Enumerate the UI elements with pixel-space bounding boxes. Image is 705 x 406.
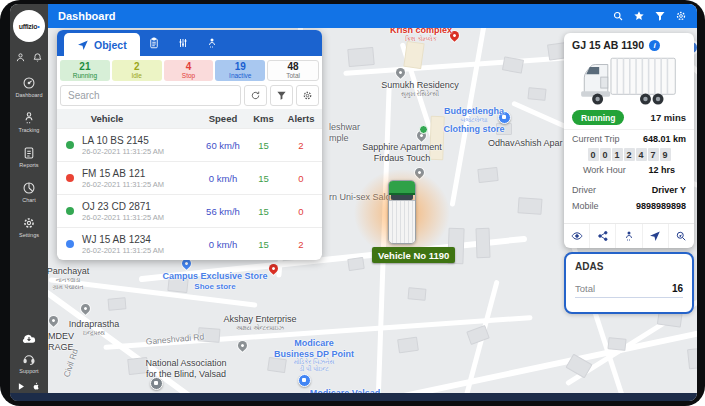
- playstore-icon[interactable]: [17, 382, 26, 391]
- running-status-badge: Running: [572, 110, 624, 125]
- map-building: [347, 47, 374, 67]
- view-button[interactable]: [564, 224, 590, 248]
- clipboard-icon: [148, 37, 160, 49]
- object-tabbar: Object: [57, 30, 322, 56]
- running-duration: 17 mins: [651, 112, 686, 123]
- person-pin-button[interactable]: [616, 224, 642, 248]
- map-label-sumukh: Sumukh Residency સુમુખ રેસિડેન્સી: [381, 80, 459, 98]
- adas-card[interactable]: ADAS Total 16: [564, 252, 694, 314]
- chip-total[interactable]: 48 Total: [267, 60, 319, 81]
- search-icon[interactable]: [612, 10, 624, 22]
- map-label-sapphire: Sapphire Apartment Firdaus Touch: [362, 142, 442, 163]
- navigation-arrow-icon: [649, 230, 661, 242]
- status-chips: 21 Running 2 Idle 4 Stop 19 Inactive 48: [57, 56, 322, 84]
- detail-actions: [564, 223, 694, 248]
- map-building: [466, 325, 490, 345]
- vehicle-title: GJ 15 AB 1190: [572, 39, 644, 51]
- status-dot: [66, 174, 74, 182]
- map-building: [408, 287, 427, 301]
- user-icon[interactable]: [15, 52, 26, 63]
- map-building: [397, 337, 419, 354]
- adas-total-value: 16: [672, 283, 683, 294]
- search-input[interactable]: [60, 85, 241, 106]
- app-screen: Krish complex ક્રિશ કોમ્પ્લેક Sumukh Res…: [10, 4, 697, 401]
- table-row[interactable]: LA 10 BS 2145 26-02-2021 11:31:25 AM 60 …: [57, 128, 322, 161]
- bell-icon[interactable]: [32, 52, 43, 63]
- eye-icon: [571, 230, 583, 242]
- status-dot: [66, 207, 74, 215]
- apple-icon[interactable]: [32, 382, 41, 391]
- vehicle-marker[interactable]: [388, 180, 416, 244]
- star-icon[interactable]: [633, 10, 645, 22]
- chip-running[interactable]: 21 Running: [60, 60, 110, 81]
- map-building: [607, 337, 626, 351]
- tab-person-pin[interactable]: [198, 30, 227, 56]
- locate-search-button[interactable]: [669, 224, 694, 248]
- map-label-budgetlengha: Budgetlengha બજેટલેન્ઘા Clothing store: [444, 106, 505, 134]
- sidebar-item-chart[interactable]: Chart: [22, 181, 36, 203]
- tab-filters[interactable]: [169, 30, 198, 56]
- device-frame: Krish complex ક્રિશ કોમ્પ્લેક Sumukh Res…: [0, 0, 705, 406]
- map-building: [527, 87, 546, 101]
- settings-icon: [22, 216, 36, 230]
- map-label-akshay: Akshay Enterprise અક્ષય એન્ટરપ્રાઇઝ: [223, 314, 296, 332]
- device-bottom-strip: [10, 393, 697, 401]
- sidebar-item-support[interactable]: Support: [19, 352, 38, 374]
- map-building: [502, 56, 524, 73]
- refresh-button[interactable]: [244, 85, 267, 106]
- table-header: Vehicle Speed Kms Alerts: [57, 109, 322, 128]
- headset-icon: [22, 352, 36, 366]
- table-row[interactable]: WJ 15 AB 1234 26-02-2021 11:31:25 AM 0 k…: [57, 227, 322, 260]
- map-building: [108, 297, 127, 311]
- sidebar-item-download[interactable]: [19, 330, 39, 346]
- navigation-arrow-icon: [77, 39, 89, 51]
- sidebar-item-tracking[interactable]: Tracking: [19, 111, 40, 133]
- tab-object[interactable]: Object: [64, 33, 140, 56]
- status-dot: [66, 141, 74, 149]
- map-building: [687, 347, 697, 370]
- map-building: [477, 167, 498, 183]
- table-row[interactable]: FM 15 AB 121 26-02-2021 11:31:25 AM 0 km…: [57, 161, 322, 194]
- vehicle-detail-panel: GJ 15 AB 1190 i Running 17 mins Current …: [564, 33, 694, 248]
- refresh-icon: [250, 90, 261, 101]
- odometer: 0 0 1 2 4 7 9 Work Hour 12 hrs: [580, 148, 678, 175]
- map-poi-modicare: [298, 374, 311, 387]
- map-label-national-assoc: National Association for the Blind, Vals…: [145, 358, 226, 379]
- gear-icon[interactable]: [675, 10, 687, 22]
- navigate-button[interactable]: [643, 224, 669, 248]
- map-label-indraprastha: Indraprastha ઇન્દ્રપ્રસ્થ: [69, 319, 120, 337]
- filter-icon[interactable]: [654, 10, 666, 22]
- chip-idle[interactable]: 2 Idle: [112, 60, 162, 81]
- driver-value: Driver Y: [652, 185, 686, 195]
- sidebar-item-settings[interactable]: Settings: [19, 216, 39, 238]
- tab-checklist[interactable]: [140, 30, 169, 56]
- status-dot: [66, 240, 74, 248]
- current-trip-value: 648.01 km: [643, 134, 686, 144]
- chip-stop[interactable]: 4 Stop: [164, 60, 214, 81]
- vehicle-number-badge[interactable]: Vehicle No 1190: [372, 247, 455, 263]
- info-icon[interactable]: i: [649, 40, 660, 51]
- reports-icon: [22, 146, 36, 160]
- chart-icon: [22, 181, 36, 195]
- map-building: [517, 197, 542, 215]
- page-title: Dashboard: [58, 10, 115, 22]
- map-pin-garage: [48, 314, 60, 327]
- map-building: [347, 257, 365, 271]
- tracking-icon: [22, 111, 36, 125]
- chip-inactive[interactable]: 19 Inactive: [215, 60, 265, 81]
- share-icon: [597, 230, 609, 242]
- person-pin-icon: [623, 230, 635, 242]
- filter-button[interactable]: [270, 85, 293, 106]
- adas-title: ADAS: [575, 261, 683, 272]
- sidebar-item-reports[interactable]: Reports: [19, 146, 38, 168]
- map-label-mahakaleshwar: leshwar mple: [329, 122, 360, 143]
- mobile-value: 9898989898: [636, 201, 686, 211]
- sidebar-item-dashboard[interactable]: Dashboard: [16, 76, 43, 98]
- list-settings-button[interactable]: [296, 85, 319, 106]
- sidebar: uffizio Dashboard Tracking Reports Chart: [10, 4, 48, 401]
- map-building: [403, 41, 424, 69]
- table-row[interactable]: OJ 23 CD 2871 26-02-2021 11:31:25 AM 56 …: [57, 194, 322, 227]
- share-button[interactable]: [590, 224, 616, 248]
- work-hour-label: Work Hour: [583, 165, 626, 175]
- map-label-campus: Campus Exclusive Store Shoe store: [162, 271, 267, 291]
